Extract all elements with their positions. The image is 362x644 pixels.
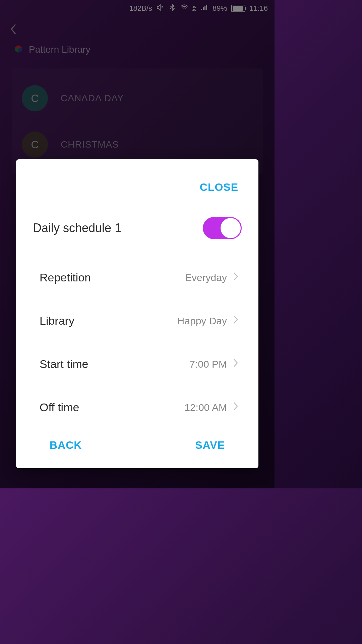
setting-label: Repetition [40,271,91,284]
close-button[interactable]: CLOSE [29,178,245,210]
save-button[interactable]: SAVE [195,439,225,451]
chevron-right-icon [233,359,238,370]
setting-label: Off time [40,401,79,414]
schedule-header: Daily schedule 1 [29,210,245,256]
setting-label: Start time [40,358,88,371]
setting-off-time[interactable]: Off time 12:00 AM [29,386,245,429]
schedule-toggle[interactable] [203,217,242,239]
chevron-right-icon [233,315,238,326]
chevron-right-icon [233,272,238,283]
setting-value: Happy Day [177,315,227,327]
schedule-dialog: CLOSE Daily schedule 1 Repetition Everyd… [16,159,258,468]
setting-label: Library [40,314,74,327]
schedule-title: Daily schedule 1 [33,221,121,235]
setting-library[interactable]: Library Happy Day [29,299,245,342]
setting-value: Everyday [185,272,227,283]
setting-repetition[interactable]: Repetition Everyday [29,256,245,299]
chevron-right-icon [233,402,238,413]
dialog-actions: BACK SAVE [29,429,245,455]
setting-start-time[interactable]: Start time 7:00 PM [29,342,245,386]
back-button[interactable]: BACK [50,439,82,451]
setting-value: 12:00 AM [184,402,227,413]
setting-value: 7:00 PM [189,359,227,370]
